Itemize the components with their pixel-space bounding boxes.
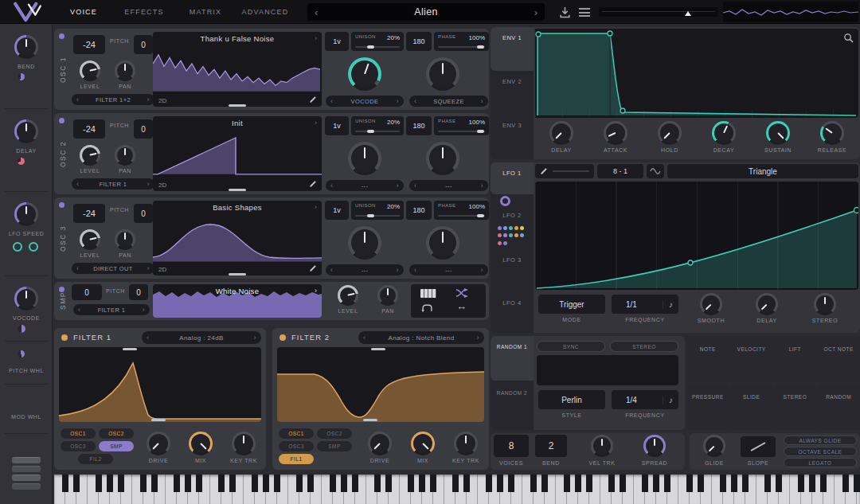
envelope-display[interactable] bbox=[535, 29, 858, 118]
env-release-knob[interactable] bbox=[820, 121, 844, 145]
env-zoom-icon[interactable] bbox=[843, 33, 854, 43]
osc2-dest1-selector[interactable]: ‹---› bbox=[326, 180, 404, 191]
osc2-phase-rand-box[interactable]: PHASE100% bbox=[434, 116, 489, 135]
osc3-tune-box[interactable]: 0 bbox=[134, 204, 153, 223]
delay-mod-indicator[interactable] bbox=[18, 158, 25, 165]
osc3-dest1-knob[interactable] bbox=[348, 226, 381, 260]
osc1-edit-pencil-icon[interactable] bbox=[309, 96, 317, 104]
legato-toggle[interactable]: LEGATO bbox=[784, 458, 857, 467]
osc2-dimension-toggle[interactable]: 2D bbox=[158, 182, 166, 189]
osc1-vocode-knob[interactable] bbox=[348, 57, 381, 91]
smp-next-sample-icon[interactable]: › bbox=[315, 287, 317, 295]
lfo-speed-mod-indicator-1[interactable] bbox=[13, 242, 22, 252]
osc3-dest1-selector[interactable]: ‹---› bbox=[326, 264, 404, 275]
black-keys[interactable] bbox=[54, 475, 860, 492]
pitch-wheel-indicator[interactable] bbox=[18, 350, 25, 357]
osc1-next-wavetable-icon[interactable]: › bbox=[315, 35, 317, 42]
lfo-smooth-mode-box[interactable] bbox=[647, 164, 664, 178]
mod-source-pressure[interactable]: PRESSURE bbox=[686, 384, 729, 431]
osc1-frame-scrollbar[interactable] bbox=[229, 104, 246, 107]
filter1-input-fil2[interactable]: FIL2 bbox=[78, 454, 113, 464]
random-stereo-toggle[interactable]: STEREO bbox=[610, 341, 678, 352]
osc1-unison-voices-box[interactable]: 1v bbox=[325, 32, 349, 51]
osc2-tune-box[interactable]: 0 bbox=[134, 119, 153, 139]
lfo-frequency-box[interactable]: 1/1 ♪ bbox=[612, 295, 678, 314]
stereo-spread-knob[interactable] bbox=[643, 435, 666, 457]
tab-lfo3[interactable]: LFO 3 bbox=[491, 256, 534, 264]
filter1-input-smp[interactable]: SMP bbox=[99, 441, 134, 451]
keytrack-toggle-icon[interactable] bbox=[420, 289, 436, 298]
osc2-wavetable-display[interactable]: Init › 2D bbox=[153, 116, 322, 191]
voices-box[interactable]: 8 bbox=[494, 435, 529, 457]
random-sync-toggle[interactable]: SYNC bbox=[537, 341, 605, 352]
filter2-keytrack-knob[interactable] bbox=[454, 432, 478, 455]
tab-lfo2[interactable]: LFO 2 bbox=[491, 212, 534, 219]
osc1-level-knob[interactable] bbox=[80, 61, 100, 81]
lfo-display[interactable] bbox=[535, 182, 858, 290]
preset-browser[interactable]: ‹ Alien › bbox=[307, 3, 545, 21]
tempo-sync-icon[interactable]: ♪ bbox=[663, 396, 678, 404]
filter1-mix-knob[interactable] bbox=[189, 432, 213, 455]
tab-env3[interactable]: ENV 3 bbox=[491, 122, 534, 129]
env-hold-knob[interactable] bbox=[658, 121, 682, 145]
tab-env2[interactable]: ENV 2 bbox=[491, 78, 534, 85]
osc3-unison-voices-box[interactable]: 1v bbox=[325, 201, 349, 220]
osc3-level-knob[interactable] bbox=[80, 229, 100, 250]
random-phase-icon[interactable] bbox=[455, 288, 468, 298]
osc2-unison-detune-box[interactable]: UNISON20% bbox=[351, 116, 404, 135]
random-display[interactable] bbox=[537, 355, 678, 385]
save-preset-icon[interactable] bbox=[559, 6, 571, 18]
osc2-dest2-selector[interactable]: ‹---› bbox=[409, 180, 488, 191]
bend-mod-indicator[interactable] bbox=[18, 73, 25, 80]
volume-marker[interactable] bbox=[685, 11, 691, 16]
mod-source-lift[interactable]: LIFT bbox=[774, 336, 817, 383]
osc3-dest2-knob[interactable] bbox=[426, 226, 459, 260]
osc3-wavetable-display[interactable]: Basic Shapes › 2D bbox=[153, 201, 322, 275]
smp-tune-box[interactable]: 0 bbox=[129, 284, 148, 300]
env-sustain-knob[interactable] bbox=[766, 121, 790, 145]
osc2-dest2-knob[interactable] bbox=[426, 142, 459, 175]
filter1-model-selector[interactable]: ‹Analog : 24dB› bbox=[142, 331, 261, 344]
osc2-pan-knob[interactable] bbox=[115, 145, 135, 166]
lfo-paint-slider[interactable] bbox=[535, 164, 594, 178]
random-frequency-box[interactable]: 1/4 ♪ bbox=[612, 390, 678, 409]
osc1-wavetable-name[interactable]: Thank u False Noise bbox=[164, 34, 311, 43]
loop-toggle-icon[interactable] bbox=[421, 303, 433, 314]
lfo-mode-box[interactable]: Trigger bbox=[538, 295, 605, 314]
osc1-dimension-toggle[interactable]: 2D bbox=[158, 97, 166, 104]
osc1-wavetable-display[interactable]: Thank u False Noise › 2D bbox=[153, 32, 322, 107]
filter1-response-display[interactable] bbox=[59, 347, 261, 422]
prev-preset-icon[interactable]: ‹ bbox=[315, 7, 318, 18]
osc3-pan-knob[interactable] bbox=[115, 229, 135, 250]
osc1-phase-box[interactable]: 180 bbox=[406, 32, 432, 51]
tab-lfo1[interactable]: LFO 1 bbox=[491, 170, 534, 177]
osc2-wavetable-name[interactable]: Init bbox=[164, 119, 311, 127]
filter1-power-dot[interactable] bbox=[61, 334, 68, 341]
lfo-speed-macro-knob[interactable] bbox=[14, 202, 38, 226]
lfo-grid-selector[interactable]: 8 - 1 bbox=[597, 164, 643, 178]
osc3-routing-selector[interactable]: ‹DIRECT OUT› bbox=[72, 263, 154, 274]
osc1-dest2-selector[interactable]: ‹SQUEEZE› bbox=[409, 96, 488, 107]
filter1-cutoff-handle[interactable] bbox=[123, 348, 137, 350]
tempo-sync-icon[interactable]: ♪ bbox=[663, 300, 678, 309]
filter2-input-osc3[interactable]: OSC3 bbox=[279, 441, 314, 451]
filter2-mix-knob[interactable] bbox=[411, 432, 435, 455]
tab-lfo4[interactable]: LFO 4 bbox=[491, 299, 534, 307]
filter1-drive-knob[interactable] bbox=[147, 432, 170, 455]
vocode-macro-knob[interactable] bbox=[14, 287, 38, 311]
delay-macro-knob[interactable] bbox=[14, 119, 38, 143]
mod-source-oct-note[interactable]: OCT NOTE bbox=[817, 336, 860, 383]
osc1-squeeze-knob[interactable] bbox=[426, 57, 459, 91]
lfo-speed-mod-indicator-2[interactable] bbox=[29, 242, 38, 252]
osc2-transpose-box[interactable]: -24 bbox=[73, 119, 105, 139]
tab-random1[interactable]: RANDOM 1 bbox=[491, 344, 534, 350]
osc1-phase-rand-box[interactable]: PHASE100% bbox=[434, 32, 489, 51]
osc3-unison-detune-box[interactable]: UNISON20% bbox=[351, 201, 404, 220]
velocity-track-knob[interactable] bbox=[591, 435, 613, 457]
osc2-dest1-knob[interactable] bbox=[348, 142, 381, 175]
preset-name[interactable]: Alien bbox=[414, 6, 437, 18]
bounce-mode-icon[interactable]: ↔ bbox=[456, 301, 467, 311]
filter2-scrollbar[interactable] bbox=[363, 419, 377, 421]
mod-source-note[interactable]: NOTE bbox=[686, 336, 729, 383]
piano-keyboard[interactable] bbox=[54, 475, 860, 504]
